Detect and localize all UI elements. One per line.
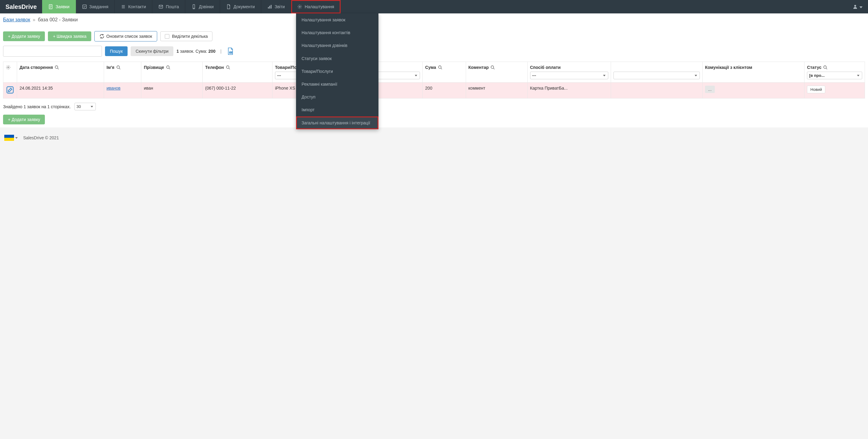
nav-label: Контакти <box>128 4 146 9</box>
doc-icon <box>226 4 231 9</box>
edit-icon <box>6 86 14 94</box>
nav-mail[interactable]: Пошта <box>152 0 185 13</box>
col-date[interactable]: Дата створення <box>17 62 104 82</box>
divider: | <box>219 49 223 54</box>
payment-filter-select[interactable]: --- <box>530 72 608 79</box>
col-sum[interactable]: Сума <box>423 62 466 82</box>
svg-point-16 <box>226 66 229 69</box>
search-input[interactable] <box>3 46 102 57</box>
col-communication[interactable]: Комунікації з клієнтом <box>702 62 804 82</box>
dropdown-import[interactable]: Імпорт <box>296 103 378 116</box>
chevron-down-icon <box>15 137 18 139</box>
col-payment[interactable]: Спосіб оплати --- <box>527 62 611 82</box>
col-firstname[interactable]: Ім'я <box>104 62 141 82</box>
quick-request-button[interactable]: + Швидка заявка <box>48 31 91 41</box>
svg-point-19 <box>491 66 494 69</box>
dropdown-products[interactable]: Товари/Послуги <box>296 65 378 78</box>
svg-point-13 <box>55 66 58 69</box>
nav-label: Звіти <box>275 4 285 9</box>
refresh-list-button[interactable]: Оновити список заявок <box>94 31 157 41</box>
firstname-link[interactable]: иванов <box>106 86 121 91</box>
summary-count: 1 <box>177 49 179 54</box>
export-xls-button[interactable]: XLS <box>226 47 235 55</box>
dropdown-statuses[interactable]: Статуси заявок <box>296 52 378 65</box>
col-comment[interactable]: Коментар <box>466 62 527 82</box>
footer: SalesDrive © 2021 <box>0 128 868 148</box>
refresh-label: Оновити список заявок <box>106 34 152 39</box>
status-badge[interactable]: Новий <box>807 86 825 93</box>
bars-icon <box>267 4 272 9</box>
hidden-filter-select[interactable] <box>614 72 700 79</box>
row-edit-cell[interactable] <box>3 82 17 98</box>
language-selector[interactable] <box>4 135 18 141</box>
filter-row: Пошук Скинути фільтри 1 заявок. Сума: 20… <box>3 46 865 57</box>
dropdown-general-integrations[interactable]: Загальні налаштування і інтеграції <box>296 116 378 129</box>
add-request-bottom-button[interactable]: + Додати заявку <box>3 114 45 124</box>
nav-reports[interactable]: Звіти <box>261 0 291 13</box>
pager-row: Знайдено 1 заявок на 1 сторінках. 30 <box>3 98 865 114</box>
nav-label: Завдання <box>89 4 108 9</box>
nav-contacts[interactable]: Контакти <box>115 0 152 13</box>
brand-logo: SalesDrive <box>0 0 42 13</box>
summary-sum: 200 <box>209 49 215 54</box>
dropdown-campaigns[interactable]: Рекламні кампанії <box>296 78 378 91</box>
breadcrumb-current: база 002 - Заявки <box>38 17 78 23</box>
col-phone[interactable]: Телефон <box>203 62 273 82</box>
summary-label: заявок. Сума: <box>180 49 207 54</box>
svg-point-12 <box>8 67 9 68</box>
search-button[interactable]: Пошук <box>105 46 128 56</box>
search-icon <box>491 65 495 69</box>
svg-rect-2 <box>159 5 163 8</box>
chevron-down-icon <box>860 4 863 9</box>
svg-rect-6 <box>269 6 270 8</box>
refresh-icon <box>99 34 104 39</box>
svg-text:XLS: XLS <box>229 52 232 54</box>
select-multiple-toggle[interactable]: Виділити декілька <box>160 31 212 41</box>
gear-icon <box>6 65 11 70</box>
pagesize-select[interactable]: 30 <box>74 103 96 110</box>
nav-tasks[interactable]: Завдання <box>76 0 115 13</box>
cell-payment: Картка ПриватБа... <box>527 82 611 98</box>
cell-lastname: иван <box>141 82 203 98</box>
requests-table: Дата створення Ім'я Прізвище Телефон Тов… <box>3 62 865 98</box>
dropdown-access[interactable]: Доступ <box>296 91 378 103</box>
content-area: + Додати заявку + Швидка заявка Оновити … <box>0 26 868 128</box>
nav-documents[interactable]: Документи <box>220 0 261 13</box>
breadcrumb-root[interactable]: Бази заявок <box>3 17 30 23</box>
search-icon <box>55 65 59 69</box>
communication-button[interactable]: ... <box>705 86 715 93</box>
list-icon <box>121 4 126 9</box>
nav-calls[interactable]: Дзвінки <box>185 0 220 13</box>
nav-requests[interactable]: Заявки <box>42 0 76 13</box>
search-icon <box>226 65 230 69</box>
top-nav: SalesDrive Заявки Завдання Контакти Пошт… <box>0 0 868 13</box>
file-icon <box>48 4 53 9</box>
svg-rect-5 <box>268 7 269 8</box>
status-filter-select[interactable]: [в про... <box>807 72 862 79</box>
dropdown-contacts-settings[interactable]: Налаштування контактів <box>296 26 378 39</box>
col-settings[interactable] <box>3 62 17 82</box>
svg-point-20 <box>824 66 827 69</box>
nav-label: Заявки <box>56 4 69 9</box>
col-hidden-under-dropdown <box>611 62 702 82</box>
gear-icon <box>297 4 302 9</box>
svg-point-9 <box>854 5 856 7</box>
user-menu[interactable] <box>847 0 868 13</box>
col-lastname[interactable]: Прізвище <box>141 62 203 82</box>
dropdown-requests-settings[interactable]: Налаштування заявок <box>296 13 378 26</box>
mail-icon <box>158 4 163 9</box>
reset-filters-button[interactable]: Скинути фільтри <box>131 46 173 56</box>
flag-ua-icon <box>4 135 14 141</box>
user-icon <box>853 4 858 9</box>
svg-point-15 <box>166 66 169 69</box>
svg-point-18 <box>439 66 441 69</box>
add-request-button[interactable]: + Додати заявку <box>3 31 45 41</box>
check-icon <box>82 4 87 9</box>
search-icon <box>823 65 828 69</box>
table-row[interactable]: 24.06.2021 14:35 иванов иван (067) 000-1… <box>3 82 865 98</box>
svg-rect-7 <box>271 5 272 8</box>
col-status[interactable]: Статус [в про... <box>805 62 865 82</box>
dropdown-calls-settings[interactable]: Налаштування дзвінків <box>296 39 378 52</box>
nav-settings[interactable]: Налаштування <box>291 0 341 13</box>
cell-firstname: иванов <box>104 82 141 98</box>
